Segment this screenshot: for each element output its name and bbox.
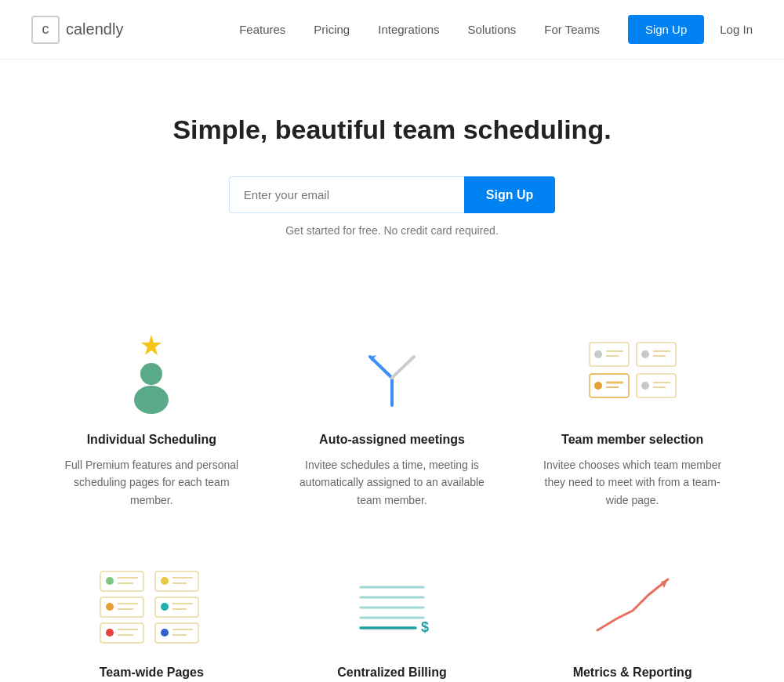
navbar: c calendly Features Pricing Integrations… bbox=[0, 0, 784, 60]
svg-marker-0 bbox=[141, 335, 162, 355]
feature-title-team-wide: Team-wide Pages bbox=[55, 666, 249, 680]
logo-text: calendly bbox=[66, 20, 123, 38]
hero-title: Simple, beautiful team scheduling. bbox=[16, 114, 768, 145]
svg-line-4 bbox=[370, 357, 392, 378]
hero-subtext: Get started for free. No credit card req… bbox=[16, 224, 768, 237]
svg-point-25 bbox=[106, 577, 114, 585]
feature-title-individual: Individual Scheduling bbox=[55, 433, 249, 447]
nav-features[interactable]: Features bbox=[239, 23, 285, 36]
feature-team-member-selection: Team member selection Invitee chooses wh… bbox=[512, 307, 753, 524]
nav-links: Features Pricing Integrations Solutions … bbox=[239, 23, 600, 37]
hero-form: Sign Up bbox=[16, 176, 768, 213]
svg-point-29 bbox=[161, 577, 169, 585]
feature-auto-assigned: Auto-assigned meetings Invitee schedules… bbox=[272, 307, 513, 524]
svg-point-21 bbox=[641, 382, 649, 390]
feature-desc-team-member: Invitee chooses which team member they n… bbox=[535, 456, 729, 509]
svg-line-6 bbox=[392, 357, 414, 378]
metrics-reporting-icon bbox=[535, 564, 729, 650]
logo-icon: c bbox=[31, 16, 60, 44]
svg-point-9 bbox=[594, 350, 602, 358]
logo[interactable]: c calendly bbox=[31, 16, 123, 44]
svg-marker-54 bbox=[661, 579, 668, 588]
nav-solutions[interactable]: Solutions bbox=[468, 23, 517, 36]
team-wide-pages-icon bbox=[55, 564, 249, 650]
feature-title-billing: Centralized Billing bbox=[296, 666, 489, 680]
feature-centralized-billing: $ Centralized Billing One easy payment c… bbox=[272, 540, 513, 682]
nav-integrations[interactable]: Integrations bbox=[378, 23, 439, 36]
nav-for-teams[interactable]: For Teams bbox=[544, 23, 600, 36]
svg-point-1 bbox=[140, 363, 162, 385]
auto-assigned-icon bbox=[296, 331, 489, 417]
hero-section: Simple, beautiful team scheduling. Sign … bbox=[0, 60, 784, 276]
centralized-billing-icon: $ bbox=[296, 564, 489, 650]
individual-scheduling-icon bbox=[55, 331, 249, 417]
svg-text:$: $ bbox=[421, 619, 429, 635]
feature-team-wide-pages: Team-wide Pages Display your entire comp… bbox=[31, 540, 272, 682]
svg-point-2 bbox=[134, 386, 169, 414]
feature-title-metrics: Metrics & Reporting bbox=[535, 666, 729, 680]
svg-point-17 bbox=[594, 382, 602, 390]
feature-title-auto: Auto-assigned meetings bbox=[296, 433, 489, 447]
features-row-1: Individual Scheduling Full Premium featu… bbox=[16, 307, 768, 524]
team-member-selection-icon bbox=[535, 331, 729, 417]
features-row-2: Team-wide Pages Display your entire comp… bbox=[16, 540, 768, 682]
email-input[interactable] bbox=[229, 176, 464, 213]
feature-desc-individual: Full Premium features and personal sched… bbox=[55, 456, 249, 509]
svg-point-37 bbox=[161, 603, 169, 611]
nav-pricing[interactable]: Pricing bbox=[314, 23, 350, 36]
feature-individual-scheduling: Individual Scheduling Full Premium featu… bbox=[31, 307, 272, 524]
feature-title-team-member: Team member selection bbox=[535, 433, 729, 447]
svg-point-13 bbox=[641, 350, 649, 358]
hero-signup-button[interactable]: Sign Up bbox=[464, 176, 555, 213]
nav-login-link[interactable]: Log In bbox=[720, 23, 753, 36]
svg-point-41 bbox=[106, 629, 114, 637]
svg-point-33 bbox=[106, 603, 114, 611]
feature-metrics-reporting: Metrics & Reporting Understand what driv… bbox=[512, 540, 753, 682]
feature-desc-auto: Invitee schedules a time, meeting is aut… bbox=[296, 456, 489, 509]
nav-signup-button[interactable]: Sign Up bbox=[628, 15, 704, 44]
svg-point-45 bbox=[161, 629, 169, 637]
